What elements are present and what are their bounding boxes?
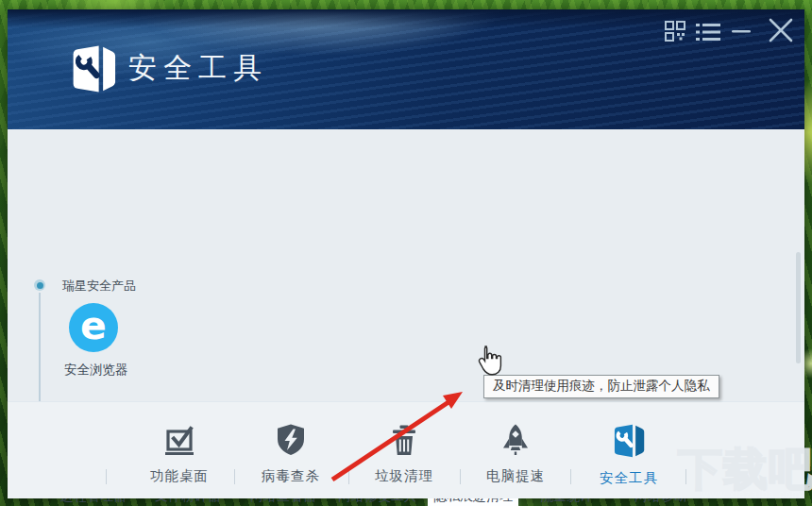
menu-list-icon[interactable] xyxy=(696,23,720,42)
tooltip: 及时清理使用痕迹，防止泄露个人隐私 xyxy=(483,375,719,398)
shield-bolt-icon xyxy=(273,444,309,460)
qr-code-icon[interactable] xyxy=(664,20,686,42)
tool-label: 安全浏览器 xyxy=(64,362,123,379)
nav-label: 电脑提速 xyxy=(464,467,567,485)
nav-label: 功能桌面 xyxy=(127,467,231,485)
tool-safe-browser[interactable]: e 安全浏览器 xyxy=(64,303,123,379)
nav-item-pc-speedup[interactable]: 电脑提速 xyxy=(464,423,567,485)
window-header: 安全工具 xyxy=(8,9,804,129)
nav-item-function-desktop[interactable]: 功能桌面 xyxy=(127,423,231,485)
annotation-arrow xyxy=(323,380,474,489)
scrollbar-thumb[interactable] xyxy=(796,252,801,363)
close-icon[interactable] xyxy=(767,17,795,43)
nav-label: 安全工具 xyxy=(577,469,681,487)
nav-divider xyxy=(685,469,686,484)
toolbox-wrench-icon xyxy=(611,446,647,462)
nav-item-security-tools[interactable]: 安全工具 xyxy=(577,423,681,487)
nav-divider xyxy=(570,469,571,484)
desktop-check-icon xyxy=(161,444,197,460)
rocket-icon xyxy=(498,444,533,460)
section-title-rising-products: 瑞星安全产品 xyxy=(62,278,136,295)
safe-browser-e-icon: e xyxy=(69,303,118,352)
toolbox-wrench-icon xyxy=(68,43,119,94)
nav-divider xyxy=(234,469,235,484)
section-bullet xyxy=(34,279,45,291)
page-title: 安全工具 xyxy=(128,49,268,88)
hand-pointer-icon xyxy=(475,345,503,377)
timeline-connector xyxy=(39,293,41,416)
minimize-icon[interactable] xyxy=(731,22,752,41)
tools-content-area: 瑞星安全产品 系统优化产品 e 安全浏览器 进程管理器 xyxy=(8,129,804,401)
nav-divider xyxy=(106,469,107,484)
